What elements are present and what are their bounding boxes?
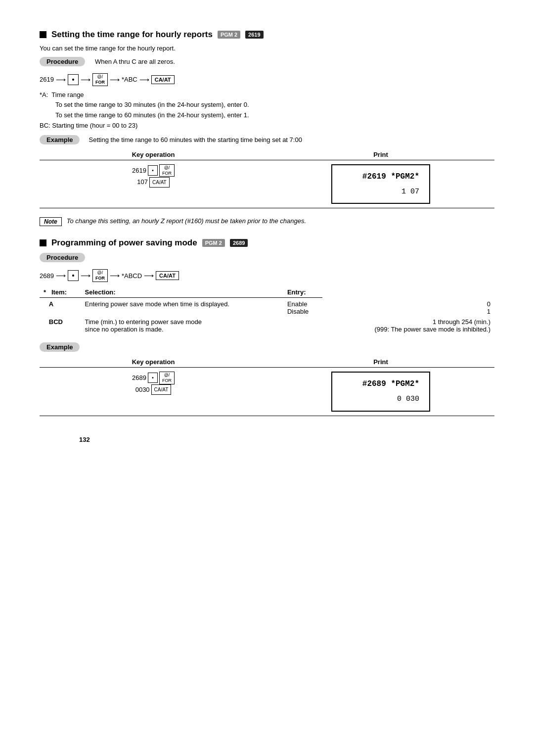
flow2-arrow4: ⟶ [144,272,154,280]
flow2-caat: CA/AT [156,271,179,280]
kp1-num: 2619 [132,165,146,176]
kp2-num: 2689 [132,373,146,383]
section1-badge1: PGM 2 [218,31,240,39]
flow2-abcd: *ABCD [122,272,142,280]
section2-example-block: Example Key operation 2689 • @/ FOR 0 [40,342,494,416]
note-a-line1: To set the time range to 30 minutes (in … [55,100,494,110]
section2-kp-table: Key operation 2689 • @/ FOR 0030 CA/AT [40,357,494,416]
section1-badge2: 2619 [245,31,263,39]
item-bcd-entry2: (999: The power save mode is inhibited.) [332,326,490,333]
item-bcd-label: BCD [40,317,81,334]
flow1-arrow4: ⟶ [139,76,149,84]
section1-example-desc: Setting the time range to 60 minutes wit… [89,136,302,143]
note-a-label: *A: Time range [40,90,494,100]
flow2-for-bot: FOR [95,276,105,281]
section1-example-row: Example Setting the time range to 60 min… [40,135,494,144]
section2-print-value: 0 030 [340,393,419,406]
flow1-for-top: @/ [97,74,103,80]
flow1-arrow1: ⟶ [56,76,66,84]
kp1-line2: 107 CA/AT [40,177,267,188]
section1-flow: 2619 ⟶ • ⟶ @/ FOR ⟶ *ABC ⟶ CA/AT [40,73,494,86]
section1: Setting the time range for hourly report… [40,30,494,226]
section1-print-header: Print [267,149,494,160]
flow2-start: 2689 [40,272,54,280]
kp2-dot-key: • [148,373,158,383]
section2-square-icon [40,239,46,246]
section1-print-title: #2619 *PGM2* [340,170,419,184]
kp1-dot-key: • [148,165,158,176]
kp2-for-bot: FOR [162,378,172,383]
section2-procedure-block: Procedure [40,253,494,265]
item-bcd-selections [283,317,322,334]
section1-procedure-block: Procedure When A thru C are all zeros. [40,57,494,69]
section1-kp-table: Key operation 2619 • @/ FOR 107 CA/AT Pr… [40,149,494,209]
section1-procedure-label: Procedure [40,57,85,66]
flow2-arrow1: ⟶ [56,272,66,280]
section1-print-value: 1 07 [340,186,419,198]
item-a-selections: Enable Disable [283,298,322,317]
kp2-num2: 0030 [135,384,150,395]
section1-note-block: Note To change this setting, an hourly Z… [40,217,494,226]
section1-square-icon [40,31,46,38]
section2-items-table: * Item: Selection: Entry: A Entering pow… [40,287,494,334]
section2-title: Programming of power saving mode PGM 2 2… [40,238,494,248]
flow1-abc: *ABC [122,76,137,83]
table-row-a: A Entering power save mode when time is … [40,298,494,317]
item-a-sel-disable: Disable [287,308,318,315]
section2-kp-header: Key operation [40,357,267,368]
section1-kp-body: 2619 • @/ FOR 107 CA/AT [40,160,267,192]
flow1-for-bot: FOR [95,80,105,85]
kp1-num2: 107 [137,177,148,188]
section2-kp-col: Key operation 2689 • @/ FOR 0030 CA/AT [40,357,267,416]
page-number: 132 [79,436,534,443]
item-a-entries: 0 1 [322,298,494,317]
item-bcd-entries: 1 through 254 (min.) (999: The power sav… [322,317,494,334]
kp1-for-bot: FOR [162,171,172,176]
section1-kp-col: Key operation 2619 • @/ FOR 107 CA/AT [40,149,267,209]
flow1-caat: CA/AT [151,75,175,84]
flow2-dot: • [68,270,79,281]
section1-print-body: #2619 *PGM2* 1 07 [267,160,494,208]
item-a-desc-text: Entering power save mode when time is di… [85,300,279,308]
flow2-for-key: @/ FOR [92,269,108,282]
flow1-for-key: @/ FOR [92,73,108,86]
section1-procedure-note: When A thru C are all zeros. [95,58,175,65]
flow1-arrow2: ⟶ [81,76,90,84]
section2-flow: 2689 ⟶ • ⟶ @/ FOR ⟶ *ABCD ⟶ CA/AT [40,269,494,282]
item-bcd-desc-text: Time (min.) to entering power save modes… [85,318,279,333]
note-bc: BC: Starting time (hour = 00 to 23) [40,121,494,131]
section1-title: Setting the time range for hourly report… [40,30,494,40]
section2-print-col: Print #2689 *PGM2* 0 030 [267,357,494,416]
kp1-for-top: @/ [164,165,170,171]
kp2-line1: 2689 • @/ FOR [40,372,267,384]
section1-print-col: Print #2619 *PGM2* 1 07 [267,149,494,209]
item-bcd-desc: Time (min.) to entering power save modes… [81,317,283,334]
section2-procedure-label: Procedure [40,253,85,262]
section1-print-box: #2619 *PGM2* 1 07 [331,164,430,204]
kp2-line2: 0030 CA/AT [40,384,267,395]
col-item-header: * Item: [40,287,81,298]
table-row-bcd: BCD Time (min.) to entering power save m… [40,317,494,334]
item-bcd-entry1: 1 through 254 (min.) [332,318,490,326]
section1-note-text: To change this setting, an hourly Z repo… [67,217,306,225]
col-selection-header: Selection: [81,287,283,298]
section2-badge1: PGM 2 [202,239,225,247]
flow1-arrow3: ⟶ [110,76,120,84]
section2-print-body: #2689 *PGM2* 0 030 [267,368,494,416]
item-a-label: A [40,298,81,317]
section2-title-text: Programming of power saving mode [51,238,197,248]
kp1-caat-key: CA/AT [149,177,170,188]
kp2-for-key: @/ FOR [159,372,175,384]
section2-kp-body: 2689 • @/ FOR 0030 CA/AT [40,368,267,399]
flow1-start: 2619 [40,76,54,83]
section2-badge2: 2689 [230,239,248,247]
kp2-caat-key: CA/AT [151,384,172,395]
note-a-line2: To set the time range to 60 minutes (in … [55,110,494,121]
kp1-for-key: @/ FOR [159,164,175,177]
section2-example-label: Example [40,342,80,352]
section1-title-text: Setting the time range for hourly report… [51,30,213,40]
flow2-for-top: @/ [97,270,103,276]
section1-example-label: Example [40,135,80,144]
flow2-arrow2: ⟶ [81,272,90,280]
section1-note-tag: Note [40,217,62,226]
